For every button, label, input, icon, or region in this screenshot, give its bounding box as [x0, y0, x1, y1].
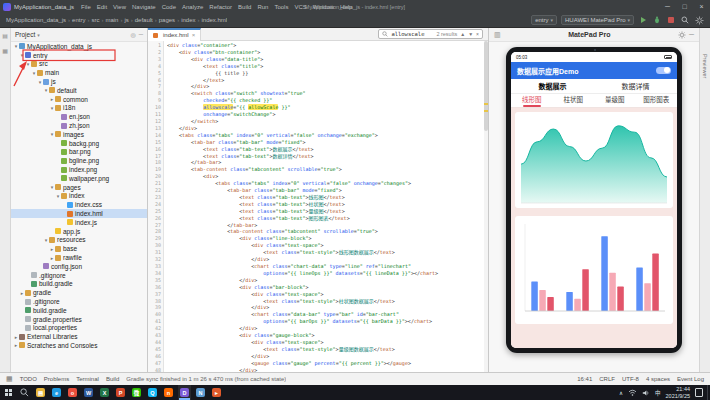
- close-tab-icon[interactable]: ×: [192, 32, 196, 38]
- breadcrumb-item[interactable]: main: [105, 17, 118, 23]
- breadcrumb-item[interactable]: MyApplication_data_js: [6, 17, 66, 23]
- tree-item-scratches-and-consoles[interactable]: ▸Scratches and Consoles: [11, 341, 147, 350]
- hide-panel-icon[interactable]: ─: [689, 31, 694, 38]
- search-everywhere-button[interactable]: [680, 15, 690, 25]
- notification-center-icon[interactable]: [695, 388, 703, 397]
- menu-file[interactable]: File: [78, 4, 94, 10]
- tree-item-bgline.png[interactable]: bgline.png: [11, 156, 147, 165]
- tree-item-index.js[interactable]: index.js: [11, 218, 147, 227]
- taskbar-app-wechat[interactable]: 微: [130, 385, 143, 400]
- structure-tool-icon[interactable]: ▦: [2, 47, 8, 54]
- app-tab-1[interactable]: 数据详情: [594, 79, 677, 93]
- start-button[interactable]: [0, 385, 16, 400]
- tool-windows-icon[interactable]: ▦: [6, 375, 13, 383]
- tree-item-rawfile[interactable]: ▸rawfile: [11, 253, 147, 262]
- project-tool-icon[interactable]: ▤: [2, 32, 8, 39]
- chart-tab-1[interactable]: 柱状图: [553, 94, 595, 107]
- status-message[interactable]: Gradle sync finished in 1 m 26 s 470 ms …: [126, 376, 286, 382]
- tree-item-base[interactable]: ▸base: [11, 244, 147, 253]
- taskbar-app-chrome[interactable]: o: [66, 385, 79, 400]
- chart-tab-2[interactable]: 量级图: [594, 94, 636, 107]
- volume-icon[interactable]: [642, 389, 650, 397]
- taskbar-app-edge[interactable]: e: [50, 385, 63, 400]
- multi-device-icon[interactable]: ▥: [494, 31, 501, 39]
- status-item[interactable]: 4 spaces: [646, 376, 670, 382]
- editor-scrollbar[interactable]: [484, 41, 488, 372]
- chart-tab-3[interactable]: 图形图表: [636, 94, 678, 107]
- menu-tools[interactable]: Tools: [271, 4, 291, 10]
- find-next-icon[interactable]: ▼: [468, 31, 473, 37]
- status-item-todo[interactable]: TODO: [20, 376, 37, 382]
- menu-analyze[interactable]: Analyze: [179, 4, 206, 10]
- menu-code[interactable]: Code: [159, 4, 179, 10]
- settings-button[interactable]: [694, 15, 704, 25]
- tree-item-pages[interactable]: ▾pages: [11, 183, 147, 192]
- run-button[interactable]: [638, 15, 648, 25]
- taskbar-app-notepad[interactable]: N: [194, 385, 207, 400]
- taskbar-app-word[interactable]: W: [82, 385, 95, 400]
- menu-refactor[interactable]: Refactor: [206, 4, 235, 10]
- tree-item-backg.png[interactable]: backg.png: [11, 139, 147, 148]
- tree-item-.gitignore[interactable]: .gitignore: [11, 271, 147, 280]
- locate-file-icon[interactable]: ◎: [130, 31, 135, 38]
- tree-item-default[interactable]: ▾default: [11, 86, 147, 95]
- gear-icon[interactable]: [678, 31, 686, 39]
- previewer-tool-tab[interactable]: Previewer: [702, 54, 708, 78]
- app-tab-0[interactable]: 数据展示: [511, 79, 594, 93]
- tree-item-zh.json[interactable]: zh.json: [11, 121, 147, 130]
- tree-item-resources[interactable]: ▾resources: [11, 236, 147, 245]
- breadcrumb-item[interactable]: pages: [159, 17, 175, 23]
- tree-item-local.properties[interactable]: local.properties: [11, 324, 147, 333]
- tray-expand-icon[interactable]: ∧: [619, 390, 623, 396]
- input-language-indicator[interactable]: 中: [655, 389, 661, 397]
- editor-tab[interactable]: index.hml ×: [148, 28, 201, 41]
- taskbar-app-qq[interactable]: Q: [146, 385, 159, 400]
- tree-item-entry[interactable]: ▾entry: [11, 51, 147, 60]
- status-item[interactable]: UTF-8: [622, 376, 639, 382]
- breadcrumb-item[interactable]: src: [91, 17, 99, 23]
- tree-item-external-libraries[interactable]: ▸External Libraries: [11, 332, 147, 341]
- project-view-select[interactable]: Project: [15, 31, 35, 38]
- tree-item-bar.png[interactable]: bar.png: [11, 148, 147, 157]
- taskbar-app-powerpoint[interactable]: P: [114, 385, 127, 400]
- close-button[interactable]: ×: [693, 0, 710, 13]
- run-config-select[interactable]: entry▾: [531, 15, 557, 25]
- tree-item-gradle[interactable]: ▸gradle: [11, 288, 147, 297]
- taskbar-clock[interactable]: 21:44 2021/9/25: [666, 386, 690, 398]
- tree-item-wallpaper.png[interactable]: wallpaper.png: [11, 174, 147, 183]
- menu-view[interactable]: View: [110, 4, 129, 10]
- tree-item-build.gradle[interactable]: build.gradle: [11, 280, 147, 289]
- tree-item-js[interactable]: ▾js: [11, 77, 147, 86]
- taskbar-app-deveco-studio[interactable]: D: [178, 385, 191, 400]
- device-select[interactable]: HUAWEI MatePad Pro▾: [561, 15, 634, 25]
- status-item-terminal[interactable]: Terminal: [76, 376, 99, 382]
- chart-tab-0[interactable]: 线形图: [511, 94, 553, 107]
- tree-item-gradle.properties[interactable]: gradle.properties: [11, 315, 147, 324]
- taskbar-app-file-explorer[interactable]: ▤: [34, 385, 47, 400]
- tree-item-app.js[interactable]: app.js: [11, 227, 147, 236]
- device-screen[interactable]: 05:03 数据展示应用Demo 数据展示数据详情 线形图柱状图量级图图形图表: [511, 52, 677, 348]
- tree-item-images[interactable]: ▾images: [11, 130, 147, 139]
- breadcrumb-item[interactable]: index: [181, 17, 195, 23]
- close-find-icon[interactable]: ×: [476, 31, 479, 37]
- tree-item-index.css[interactable]: index.css: [11, 200, 147, 209]
- tree-item-src[interactable]: ▾src: [11, 60, 147, 69]
- breadcrumb-item[interactable]: index.hml: [201, 17, 227, 23]
- minimize-button[interactable]: ─: [659, 0, 676, 13]
- tree-item-index.hml[interactable]: index.hml: [11, 209, 147, 218]
- breadcrumb-item[interactable]: default: [135, 17, 153, 23]
- menu-edit[interactable]: Edit: [94, 4, 110, 10]
- tree-item-build.gradle[interactable]: build.gradle: [11, 306, 147, 315]
- status-item[interactable]: Event Log: [677, 376, 704, 382]
- tree-item-en.json[interactable]: en.json: [11, 112, 147, 121]
- taskbar-app-excel[interactable]: X: [98, 385, 111, 400]
- status-item-build[interactable]: Build: [106, 376, 119, 382]
- tree-item-myapplication_data_js[interactable]: ▾MyApplication_data_js: [11, 42, 147, 51]
- menu-build[interactable]: Build: [235, 4, 254, 10]
- taskbar-search-button[interactable]: [16, 385, 32, 400]
- breadcrumb-item[interactable]: js: [124, 17, 128, 23]
- tree-item-main[interactable]: ▾main: [11, 68, 147, 77]
- maximize-button[interactable]: □: [676, 0, 693, 13]
- app-toggle-switch[interactable]: [656, 67, 671, 75]
- taskbar-app-browser[interactable]: n: [162, 385, 175, 400]
